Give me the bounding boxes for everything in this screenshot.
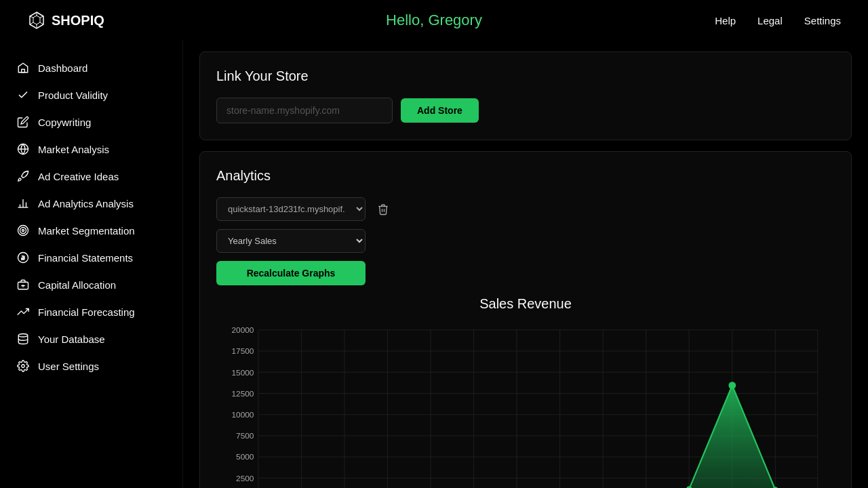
- link-store-row: Add Store: [216, 98, 835, 123]
- sidebar-item-product-validity[interactable]: Product Validity: [0, 81, 182, 108]
- nav-legal[interactable]: Legal: [757, 15, 783, 26]
- svg-point-23: [18, 334, 28, 338]
- nav-links: Help Legal Settings: [715, 15, 841, 26]
- sidebar-item-ad-analytics[interactable]: Ad Analytics Analysis: [0, 190, 182, 217]
- delete-store-button[interactable]: [372, 199, 394, 220]
- sidebar-item-market-analysis[interactable]: Market Analysis: [0, 136, 182, 163]
- database-icon: [16, 332, 30, 346]
- globe-icon: [16, 142, 30, 156]
- logo: SHOPIQ: [27, 11, 104, 30]
- store-url-input[interactable]: [216, 98, 393, 123]
- trash-icon: [377, 203, 389, 216]
- sidebar-item-your-database[interactable]: Your Database: [0, 325, 182, 352]
- sidebar-label-market-analysis: Market Analysis: [38, 144, 109, 155]
- briefcase-icon: [16, 278, 30, 291]
- svg-text:20000: 20000: [231, 325, 254, 335]
- link-store-card: Link Your Store Add Store: [199, 52, 852, 140]
- sidebar-label-copywriting: Copywriting: [38, 117, 91, 128]
- sales-revenue-chart: 20000 17500 15000 12500 10000 7500 5000 …: [216, 323, 835, 488]
- sidebar-item-financial-forecasting[interactable]: Financial Forecasting: [0, 298, 182, 325]
- home-icon: [16, 61, 30, 75]
- store-selector[interactable]: quickstart-13d231fc.myshopif...: [216, 197, 366, 221]
- sidebar-label-financial-forecasting: Financial Forecasting: [38, 306, 135, 318]
- check-icon: [16, 88, 30, 102]
- sidebar-label-ad-analytics: Ad Analytics Analysis: [38, 198, 134, 209]
- svg-point-16: [20, 228, 26, 234]
- sidebar-label-product-validity: Product Validity: [38, 89, 108, 101]
- sidebar-label-user-settings: User Settings: [38, 361, 99, 372]
- sidebar-label-your-database: Your Database: [38, 333, 105, 345]
- content-area: Link Your Store Add Store Analytics quic…: [183, 41, 868, 488]
- greeting-text: Hello, Gregory: [386, 12, 482, 29]
- chart-container: Sales Revenue 20000 17500 15000 12500 10…: [216, 296, 835, 488]
- sidebar-item-financial-statements[interactable]: Financial Statements: [0, 244, 182, 271]
- sidebar-item-copywriting[interactable]: Copywriting: [0, 108, 182, 136]
- chart-area-fill: [258, 386, 818, 488]
- add-store-button[interactable]: Add Store: [401, 98, 479, 123]
- sidebar-label-market-segmentation: Market Segmentation: [38, 225, 135, 237]
- svg-point-15: [18, 226, 28, 236]
- main-layout: Dashboard Product Validity Copywriting M…: [0, 41, 868, 488]
- logo-text: SHOPIQ: [52, 13, 104, 28]
- svg-text:12500: 12500: [231, 389, 254, 399]
- analytics-card: Analytics quickstart-13d231fc.myshopif..…: [199, 151, 852, 488]
- svg-text:5000: 5000: [236, 452, 254, 462]
- sidebar-item-dashboard[interactable]: Dashboard: [0, 54, 182, 81]
- svg-marker-1: [33, 16, 40, 24]
- sidebar-item-market-segmentation[interactable]: Market Segmentation: [0, 217, 182, 244]
- gear-icon: [16, 359, 30, 373]
- svg-text:2500: 2500: [236, 474, 254, 483]
- sidebar-label-dashboard: Dashboard: [38, 62, 87, 74]
- svg-text:7500: 7500: [236, 431, 254, 441]
- svg-text:17500: 17500: [231, 346, 254, 356]
- svg-point-17: [22, 230, 24, 232]
- dollar-icon: [16, 251, 30, 264]
- nav-settings[interactable]: Settings: [804, 15, 841, 26]
- store-select-row: quickstart-13d231fc.myshopif...: [216, 197, 835, 221]
- rocket-icon: [16, 169, 30, 183]
- svg-rect-8: [22, 69, 25, 73]
- sidebar-label-ad-creative-ideas: Ad Creative Ideas: [38, 171, 119, 182]
- period-selector[interactable]: Yearly Sales Monthly Sales Weekly Sales …: [216, 229, 366, 253]
- analytics-controls: quickstart-13d231fc.myshopif... Yearly S…: [216, 197, 835, 285]
- target-icon: [16, 224, 30, 237]
- sidebar-item-ad-creative-ideas[interactable]: Ad Creative Ideas: [0, 163, 182, 190]
- sidebar-item-capital-allocation[interactable]: Capital Allocation: [0, 271, 182, 298]
- recalculate-button[interactable]: Recalculate Graphs: [216, 261, 366, 285]
- trend-icon: [16, 305, 30, 319]
- svg-text:15000: 15000: [231, 368, 254, 378]
- bar-chart-icon: [16, 197, 30, 210]
- chart-title: Sales Revenue: [216, 296, 835, 312]
- top-navbar: SHOPIQ Hello, Gregory Help Legal Setting…: [0, 0, 868, 41]
- sidebar-item-user-settings[interactable]: User Settings: [0, 352, 182, 380]
- nav-help[interactable]: Help: [715, 15, 736, 26]
- edit-icon: [16, 115, 30, 129]
- link-store-title: Link Your Store: [216, 68, 835, 84]
- data-point-peak: [728, 382, 736, 389]
- sidebar-label-capital-allocation: Capital Allocation: [38, 279, 116, 291]
- svg-text:10000: 10000: [231, 410, 254, 420]
- analytics-title: Analytics: [216, 168, 835, 184]
- sidebar: Dashboard Product Validity Copywriting M…: [0, 41, 183, 488]
- sidebar-label-financial-statements: Financial Statements: [38, 252, 133, 264]
- svg-point-24: [22, 365, 25, 368]
- logo-icon: [27, 11, 46, 30]
